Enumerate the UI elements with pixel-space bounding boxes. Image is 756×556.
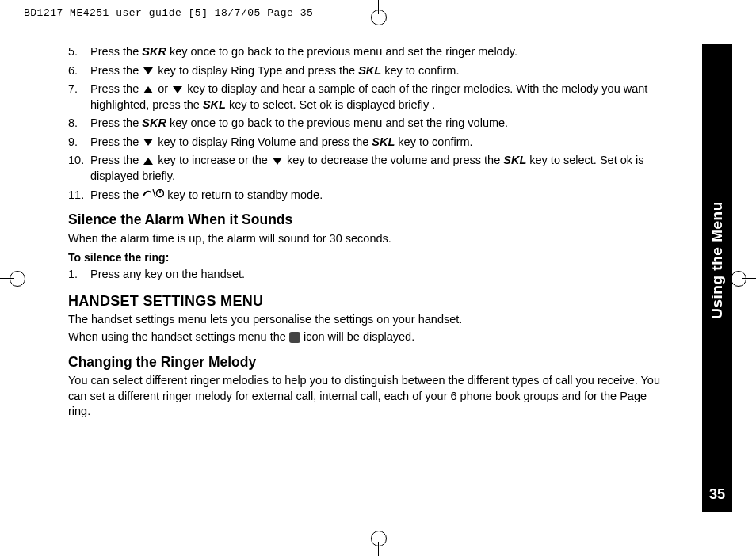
step-text: key to display Ring Type and press the <box>155 64 358 77</box>
print-slug: BD1217 ME4251 user guide [5] 18/7/05 Pag… <box>24 6 313 21</box>
step-10: 10. Press the key to increase or the key… <box>68 153 669 184</box>
step-8: 8. Press the SKR key once to go back to … <box>68 116 669 131</box>
step-number: 10. <box>68 153 84 169</box>
step-text: Press the <box>90 135 142 148</box>
settings-line2-pre: When using the handset settings menu the <box>68 330 289 343</box>
step-text: key once to go back to the previous menu… <box>166 116 508 129</box>
key-label: SKL <box>358 64 381 77</box>
step-text: key to decrease the volume and press the <box>284 154 503 166</box>
sidebar-tab: Using the Menu 35 <box>702 44 732 512</box>
down-arrow-icon <box>143 67 153 74</box>
step-5: 5. Press the SKR key once to go back to … <box>68 44 669 60</box>
handset-standby-icon <box>142 188 164 204</box>
step-number: 7. <box>68 82 78 97</box>
key-label: SKR <box>142 45 166 58</box>
step-text: key to confirm. <box>381 64 459 77</box>
numbered-steps: 5. Press the SKR key once to go back to … <box>68 44 669 203</box>
step-number: 5. <box>68 44 78 60</box>
step-text: Press the <box>90 189 142 201</box>
settings-line2-post: icon will be displayed. <box>300 330 414 343</box>
step-text: key to confirm. <box>395 135 472 148</box>
down-arrow-icon <box>273 158 282 165</box>
crop-mark-right-icon <box>742 278 756 279</box>
crop-mark-bottom-icon <box>378 542 379 556</box>
settings-line1: The handset settings menu lets you perso… <box>68 312 669 328</box>
step-6: 6. Press the key to display Ring Type an… <box>68 63 669 79</box>
key-label: SKL <box>372 135 395 148</box>
step-text: Press the <box>90 64 142 77</box>
sidebar-page-number: 35 <box>709 485 725 504</box>
step-text: or <box>155 82 171 95</box>
settings-line2: When using the handset settings menu the… <box>68 329 669 345</box>
ringer-body: You can select different ringer melodies… <box>68 373 669 420</box>
up-arrow-icon <box>143 86 153 93</box>
step-text: key once to go back to the previous menu… <box>166 45 517 58</box>
step-7: 7. Press the or key to display and hear … <box>68 82 669 112</box>
crop-mark-left-icon <box>0 278 14 279</box>
silence-step-1: 1. Press any key on the handset. <box>68 267 669 283</box>
down-arrow-icon <box>143 139 153 146</box>
page: BD1217 ME4251 user guide [5] 18/7/05 Pag… <box>0 0 756 556</box>
step-text: key to return to standby mode. <box>164 189 323 201</box>
svg-line-0 <box>153 189 155 197</box>
step-number: 9. <box>68 135 78 150</box>
step-text: key to select. Set ok is displayed brief… <box>226 98 435 111</box>
step-9: 9. Press the key to display Ring Volume … <box>68 135 669 150</box>
silence-steps: 1. Press any key on the handset. <box>68 267 669 283</box>
key-label: SKL <box>203 98 226 111</box>
heading-silence-alarm: Silence the Alarm When it Sounds <box>68 211 669 230</box>
step-text: key to display Ring Volume and press the <box>155 135 372 148</box>
up-arrow-icon <box>143 158 153 165</box>
step-text: Press the <box>90 45 142 58</box>
crop-mark-top-icon <box>378 0 379 14</box>
heading-ringer-melody: Changing the Ringer Melody <box>68 353 669 372</box>
step-number: 8. <box>68 116 78 131</box>
step-number: 11. <box>68 188 84 204</box>
step-number: 6. <box>68 63 78 79</box>
settings-menu-icon <box>289 332 300 343</box>
step-text: Press the <box>90 116 142 129</box>
key-label: SKL <box>503 154 526 166</box>
content: 5. Press the SKR key once to go back to … <box>46 44 669 420</box>
step-text: key to increase or the <box>155 154 271 166</box>
step-11: 11. Press the key to return to standby m… <box>68 188 669 204</box>
heading-handset-settings: HANDSET SETTINGS MENU <box>68 291 669 310</box>
silence-intro: When the alarm time is up, the alarm wil… <box>68 231 669 247</box>
sidebar-section-title: Using the Menu <box>707 52 727 469</box>
down-arrow-icon <box>173 86 182 93</box>
key-label: SKR <box>142 116 166 129</box>
silence-subheading: To silence the ring: <box>68 250 669 265</box>
step-text: Press the <box>90 82 142 95</box>
step-text: Press any key on the handset. <box>90 268 245 280</box>
step-text: Press the <box>90 154 142 166</box>
step-number: 1. <box>68 267 78 283</box>
